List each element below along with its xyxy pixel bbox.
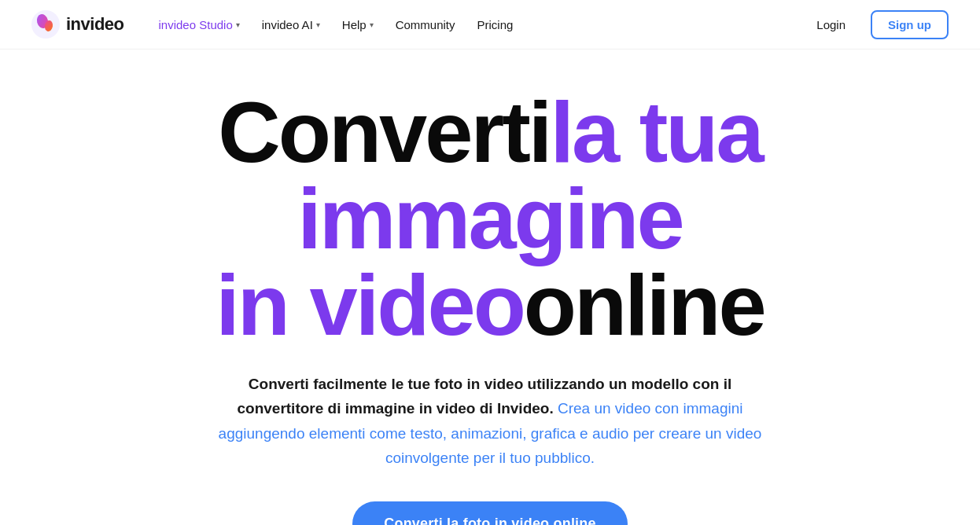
nav-community-label: Community — [396, 18, 455, 31]
navbar-nav: invideo Studio ▾ invideo AI ▾ Help ▾ Com… — [149, 12, 805, 38]
signup-button[interactable]: Sign up — [871, 10, 949, 39]
headline-part1: Converti — [218, 83, 550, 180]
nav-item-pricing[interactable]: Pricing — [468, 12, 523, 38]
cta-button[interactable]: Converti la foto in video online — [352, 501, 627, 525]
nav-help-label: Help — [342, 18, 367, 31]
nav-item-invideo-ai[interactable]: invideo AI ▾ — [252, 12, 330, 38]
hero-description: Converti facilmente le tue foto in video… — [207, 372, 773, 470]
nav-pricing-label: Pricing — [477, 18, 514, 31]
logo-text: invideo — [66, 14, 124, 35]
headline-part4: online — [524, 256, 764, 353]
nav-studio-label: invideo Studio — [159, 18, 233, 31]
chevron-down-icon: ▾ — [236, 20, 240, 29]
logo-icon — [31, 10, 60, 39]
nav-item-help[interactable]: Help ▾ — [333, 12, 383, 38]
nav-ai-label: invideo AI — [262, 18, 313, 31]
chevron-down-icon: ▾ — [316, 20, 320, 29]
hero-section: Convertila tua immagine in videoonline C… — [0, 50, 980, 525]
nav-item-community[interactable]: Community — [386, 12, 465, 38]
headline-part3: in video — [216, 256, 524, 353]
nav-item-invideo-studio[interactable]: invideo Studio ▾ — [149, 12, 249, 38]
navbar-actions: Login Sign up — [804, 10, 949, 39]
hero-headline: Convertila tua immagine in videoonline — [31, 89, 949, 348]
login-button[interactable]: Login — [804, 12, 858, 38]
chevron-down-icon: ▾ — [370, 20, 374, 29]
logo[interactable]: invideo — [31, 10, 124, 39]
navbar: invideo invideo Studio ▾ invideo AI ▾ He… — [0, 0, 980, 50]
